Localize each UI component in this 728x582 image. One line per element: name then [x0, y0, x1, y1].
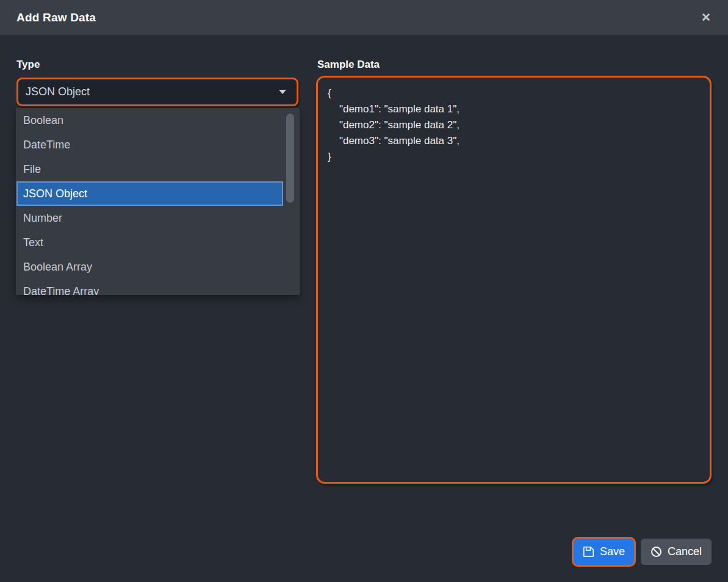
- cancel-button-label: Cancel: [668, 545, 702, 558]
- save-button[interactable]: Save: [572, 537, 636, 567]
- scrollbar[interactable]: [287, 108, 298, 295]
- type-options-list: BooleanDateTimeFileJSON ObjectNumberText…: [16, 108, 300, 295]
- type-select[interactable]: JSON Object: [16, 78, 298, 106]
- ban-icon: [651, 546, 662, 558]
- type-label: Type: [16, 59, 40, 71]
- type-option[interactable]: Boolean: [16, 108, 300, 133]
- type-option[interactable]: Text: [16, 230, 300, 255]
- close-icon[interactable]: ✕: [699, 9, 713, 26]
- sample-data-label: Sample Data: [317, 59, 380, 71]
- type-option[interactable]: DateTime: [16, 133, 300, 157]
- type-option[interactable]: File: [16, 157, 300, 181]
- type-select-value: JSON Object: [26, 85, 90, 98]
- dialog-title: Add Raw Data: [16, 11, 96, 24]
- cancel-button[interactable]: Cancel: [641, 539, 712, 565]
- add-raw-data-dialog: Add Raw Data ✕ Type JSON Object BooleanD…: [0, 0, 728, 582]
- type-option[interactable]: JSON Object: [16, 181, 283, 206]
- type-option[interactable]: Number: [16, 206, 300, 230]
- save-button-label: Save: [600, 545, 625, 558]
- scrollbar-thumb[interactable]: [286, 114, 294, 203]
- chevron-down-icon: [279, 90, 286, 94]
- save-icon: [583, 546, 594, 558]
- sample-data-input[interactable]: { "demo1": "sample data 1", "demo2": "sa…: [316, 76, 712, 484]
- type-option[interactable]: DateTime Array: [16, 279, 300, 295]
- type-option[interactable]: Boolean Array: [16, 255, 300, 279]
- dialog-actions: Save Cancel: [572, 537, 712, 567]
- dialog-header: Add Raw Data ✕: [0, 0, 728, 35]
